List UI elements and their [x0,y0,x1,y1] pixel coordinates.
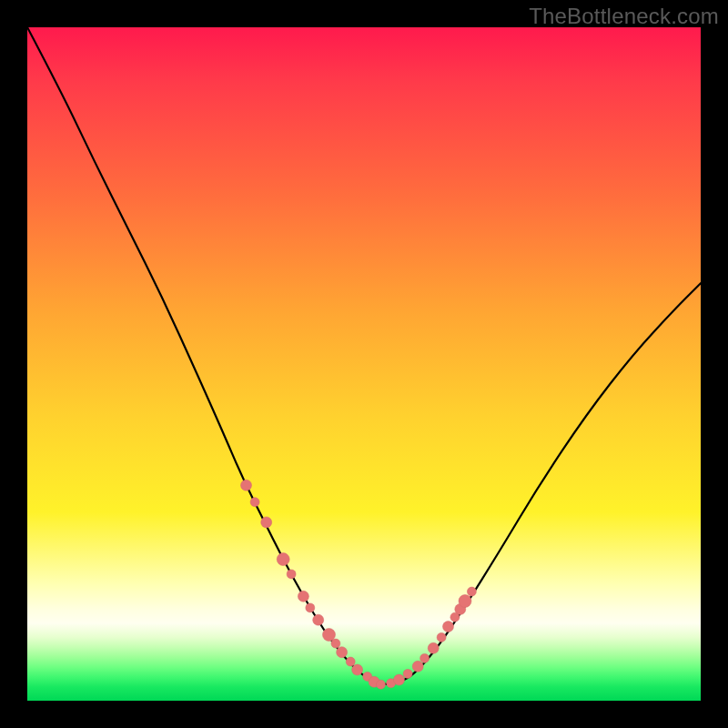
bead-point [346,657,355,666]
bead-point [412,661,423,672]
bead-point [261,517,272,528]
bead-point [241,480,252,490]
bead-point [323,629,336,642]
bottleneck-curve [27,27,701,684]
bead-point [287,570,296,579]
bead-point [313,614,324,625]
bead-point [467,587,476,596]
bead-point [394,674,405,685]
bead-point [277,553,289,566]
chart-frame: TheBottleneck.com [0,0,728,728]
bead-point [459,595,471,608]
highlight-beads [241,480,477,689]
bead-point [443,622,454,632]
bead-point [337,647,348,658]
plot-area [27,27,701,701]
curve-layer [27,27,701,701]
bead-point [250,498,259,507]
bead-point [352,664,363,675]
attribution-label: TheBottleneck.com [529,4,719,29]
bead-point [298,591,308,602]
bead-point [377,680,386,689]
bead-point [437,632,446,642]
bead-point [331,639,340,648]
bead-point [428,642,439,653]
bead-point [403,669,412,678]
bead-point [420,653,430,662]
bead-point [306,603,315,612]
